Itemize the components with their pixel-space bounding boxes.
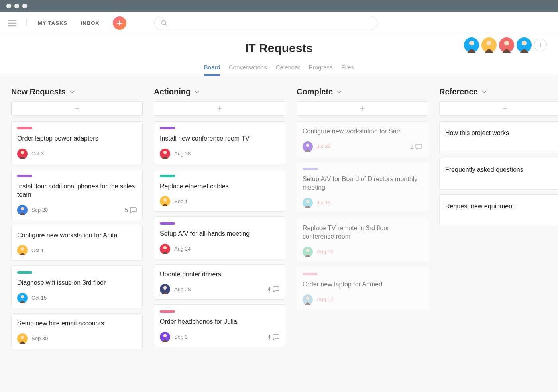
card[interactable]: Setup A/V for Board of Directors monthly…: [297, 162, 428, 213]
svg-point-32: [163, 151, 167, 154]
search-input[interactable]: [154, 16, 377, 30]
column-title: Actioning: [154, 87, 191, 96]
tab-files[interactable]: Files: [342, 64, 354, 76]
card-title: Setup A/V for Board of Directors monthly…: [303, 175, 422, 192]
column-header[interactable]: Complete: [297, 87, 428, 96]
chevron-down-icon: [337, 90, 342, 94]
search-field[interactable]: [171, 20, 371, 26]
add-card-button[interactable]: [439, 101, 558, 116]
card[interactable]: Order new laptop for AhmedAug 12: [297, 267, 428, 310]
add-card-button[interactable]: [154, 101, 285, 116]
card[interactable]: Diagnose wifi issue on 3rd floorOct 15: [11, 265, 143, 308]
card-tag: [303, 168, 318, 170]
card-title: Frequently asked questions: [445, 165, 558, 174]
card-footer: Aug 24: [160, 244, 279, 254]
member-avatar[interactable]: [464, 37, 479, 53]
assignee-avatar[interactable]: [17, 293, 28, 303]
card[interactable]: Setup new hire email accountsSep 30: [11, 313, 143, 349]
card-footer: Aug 10: [303, 247, 422, 257]
tab-conversations[interactable]: Conversations: [229, 64, 267, 76]
card[interactable]: Configure new workstation for AnitaOct 1: [11, 225, 143, 261]
svg-point-36: [163, 246, 167, 249]
assignee-avatar[interactable]: [303, 198, 313, 208]
card[interactable]: Order headphones for JuliaSep 34: [154, 304, 285, 347]
assignee-avatar[interactable]: [160, 332, 170, 342]
svg-point-10: [487, 41, 491, 45]
minimize-window-icon[interactable]: [14, 4, 19, 8]
column-header[interactable]: Actioning: [154, 87, 285, 96]
comment-count[interactable]: 4: [267, 286, 279, 292]
card-title: Install four additional phones for the s…: [17, 182, 137, 199]
card-tag: [303, 273, 318, 275]
card-title: Update printer drivers: [160, 270, 279, 279]
add-member-button[interactable]: [534, 39, 547, 51]
card-footer: Oct 15: [17, 293, 137, 303]
card[interactable]: Install new conference room TVAug 28: [154, 121, 285, 164]
card[interactable]: Configure new workstation for SamJul 302: [297, 121, 428, 157]
nav-inbox[interactable]: INBOX: [81, 20, 99, 26]
column-title: New Requests: [11, 87, 66, 96]
svg-point-38: [163, 286, 167, 290]
column-header[interactable]: Reference: [439, 87, 558, 96]
project-header: IT Requests BoardConversationsCalendarPr…: [0, 34, 558, 76]
due-date: Aug 24: [174, 246, 191, 252]
card[interactable]: Replace TV remote in 3rd floor conferenc…: [297, 218, 428, 262]
assignee-avatar[interactable]: [17, 245, 28, 255]
member-avatar[interactable]: [499, 37, 514, 53]
card[interactable]: Setup A/V for all-hands meetingAug 24: [154, 216, 285, 259]
tab-board[interactable]: Board: [204, 64, 220, 76]
comment-count[interactable]: 2: [410, 143, 422, 150]
due-date: Oct 3: [31, 151, 44, 157]
card[interactable]: How this project works: [439, 121, 558, 153]
comment-count[interactable]: 4: [267, 334, 279, 340]
column-title: Reference: [439, 87, 478, 96]
assignee-avatar[interactable]: [303, 247, 313, 257]
card-tag: [160, 175, 175, 177]
close-window-icon[interactable]: [6, 4, 11, 8]
card[interactable]: Order laptop power adaptersOct 3: [11, 121, 143, 164]
card-footer: Sep 205: [17, 205, 137, 215]
due-date: Oct 15: [31, 295, 47, 301]
comment-icon: [272, 286, 279, 292]
card[interactable]: Update printer driversAug 284: [154, 264, 285, 300]
global-add-button[interactable]: [113, 16, 126, 30]
add-card-button[interactable]: [11, 101, 143, 116]
nav-my-tasks[interactable]: MY TASKS: [38, 20, 67, 26]
member-avatar[interactable]: [481, 37, 497, 53]
tab-calendar[interactable]: Calendar: [276, 64, 300, 76]
member-avatar[interactable]: [517, 37, 532, 53]
card-title: Order laptop power adapters: [17, 134, 137, 143]
card[interactable]: Replace ethernet cablesSep 1: [154, 169, 285, 212]
assignee-avatar[interactable]: [303, 294, 313, 305]
assignee-avatar[interactable]: [160, 244, 170, 254]
card-title: How this project works: [445, 129, 558, 137]
tab-progress[interactable]: Progress: [309, 64, 333, 76]
assignee-avatar[interactable]: [17, 333, 28, 344]
assignee-avatar[interactable]: [160, 196, 170, 206]
column-header[interactable]: New Requests: [11, 87, 143, 96]
card-title: Setup A/V for all-hands meeting: [160, 229, 279, 238]
add-card-button[interactable]: [297, 101, 428, 116]
card[interactable]: Install four additional phones for the s…: [11, 169, 143, 220]
card[interactable]: Frequently asked questions: [439, 158, 558, 190]
window-titlebar: [0, 0, 558, 12]
assignee-avatar[interactable]: [160, 149, 170, 159]
column: CompleteConfigure new workstation for Sa…: [297, 87, 428, 354]
due-date: Oct 1: [31, 247, 44, 253]
assignee-avatar[interactable]: [17, 149, 28, 159]
card[interactable]: Request new equipment: [439, 194, 558, 226]
plus-icon: [502, 106, 508, 111]
assignee-avatar[interactable]: [160, 284, 170, 294]
card-footer: Jul 15: [303, 198, 422, 208]
due-date: Sep 1: [174, 198, 188, 204]
card-tag: [160, 222, 175, 225]
menu-toggle-button[interactable]: [8, 20, 27, 27]
comment-icon: [415, 143, 422, 150]
comment-count[interactable]: 5: [125, 207, 137, 213]
zoom-window-icon[interactable]: [22, 4, 27, 8]
assignee-avatar[interactable]: [303, 141, 313, 152]
card-tag: [160, 310, 175, 313]
assignee-avatar[interactable]: [17, 205, 28, 215]
plus-icon: [74, 106, 80, 111]
card-title: Replace TV remote in 3rd floor conferenc…: [303, 224, 422, 241]
